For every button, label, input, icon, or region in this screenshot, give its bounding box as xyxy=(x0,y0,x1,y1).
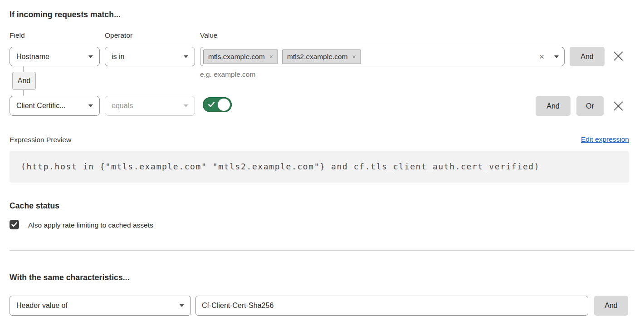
chevron-down-icon xyxy=(184,55,188,58)
section-divider xyxy=(10,250,634,251)
connector-line xyxy=(23,66,24,72)
value-helper-text: e.g. example.com xyxy=(200,70,255,79)
cache-assets-checkbox[interactable] xyxy=(10,220,19,229)
toggle-knob xyxy=(218,99,230,111)
field-select-row2-value: Client Certific... xyxy=(16,102,65,110)
add-and-condition-button-row2[interactable]: And xyxy=(536,96,571,116)
field-column-label: Field xyxy=(10,31,25,40)
cache-checkbox-label: Also apply rate limiting to cached asset… xyxy=(28,221,153,229)
header-name-input[interactable] xyxy=(195,296,588,316)
delete-row2-icon[interactable] xyxy=(613,100,624,112)
value-tag: mtls.example.com × xyxy=(203,50,278,64)
operator-select-row1-value: is in xyxy=(112,53,124,61)
value-multiselect-row1[interactable]: mtls.example.com × mtls2.example.com × × xyxy=(200,47,565,66)
field-select-row2[interactable]: Client Certific... xyxy=(10,96,100,116)
cache-status-title: Cache status xyxy=(10,201,59,211)
add-and-condition-button-row1[interactable]: And xyxy=(570,47,605,66)
chevron-down-icon xyxy=(88,55,93,58)
connector-line xyxy=(23,90,24,96)
expression-code: (http.host in {"mtls.example.com" "mtls2… xyxy=(10,151,629,183)
check-icon xyxy=(11,222,17,227)
operator-select-row2-value: equals xyxy=(112,102,133,110)
edit-expression-link[interactable]: Edit expression xyxy=(581,135,629,144)
add-characteristic-button[interactable]: And xyxy=(594,296,628,316)
operator-select-row1[interactable]: is in xyxy=(105,47,195,66)
field-select-row1[interactable]: Hostname xyxy=(10,47,100,66)
expression-preview-label: Expression Preview xyxy=(10,136,71,144)
expression-code-block: (http.host in {"mtls.example.com" "mtls2… xyxy=(10,151,629,183)
delete-row1-icon[interactable] xyxy=(613,50,624,62)
chevron-down-icon xyxy=(184,104,188,107)
field-select-row1-value: Hostname xyxy=(16,53,49,61)
match-section-title: If incoming requests match... xyxy=(10,10,121,20)
characteristics-title: With the same characteristics... xyxy=(10,273,130,282)
chevron-down-icon[interactable] xyxy=(554,55,559,58)
cert-verified-toggle[interactable] xyxy=(203,97,232,112)
characteristic-select-value: Header value of xyxy=(16,302,68,310)
characteristic-select[interactable]: Header value of xyxy=(10,296,191,316)
value-column-label: Value xyxy=(200,31,218,40)
add-or-condition-button-row2[interactable]: Or xyxy=(576,96,604,116)
tag-remove-icon[interactable]: × xyxy=(269,54,273,60)
value-tag-label: mtls2.example.com xyxy=(287,53,348,61)
rule-builder-page: If incoming requests match... Field Oper… xyxy=(0,0,644,327)
value-tag-label: mtls.example.com xyxy=(208,53,265,61)
operator-select-row2-disabled: equals xyxy=(105,96,195,116)
chevron-down-icon xyxy=(88,104,93,107)
connector-and-chip[interactable]: And xyxy=(12,72,36,90)
value-tag: mtls2.example.com × xyxy=(282,50,361,64)
operator-column-label: Operator xyxy=(105,31,132,40)
clear-all-icon[interactable]: × xyxy=(539,52,544,61)
check-icon xyxy=(208,102,215,108)
tag-remove-icon[interactable]: × xyxy=(352,54,356,60)
chevron-down-icon xyxy=(180,304,184,307)
